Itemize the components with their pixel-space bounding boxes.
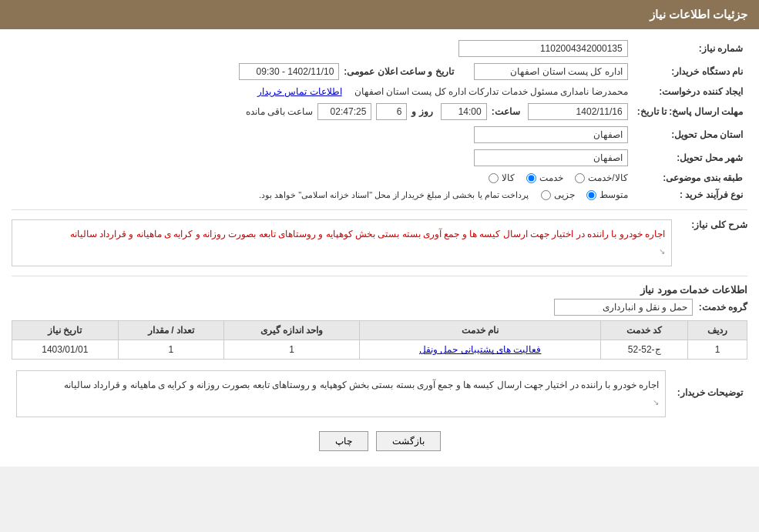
col-date: تاریخ نیاز: [12, 321, 119, 340]
category-kala-radio[interactable]: [489, 173, 499, 183]
buttons-row: چاپ بازگشت: [12, 431, 747, 451]
need-number-row: شماره نیاز: 1102004342000135: [12, 37, 747, 60]
category-radio-group: کالا/خدمت خدمت کالا: [16, 172, 628, 183]
print-button[interactable]: چاپ: [319, 431, 368, 451]
resize-handle: ↘: [659, 247, 665, 256]
divider-1: [12, 209, 747, 210]
category-cell: کالا/خدمت خدمت کالا: [12, 169, 633, 186]
reply-deadline-flex: 1402/11/16 ساعت: 14:00 روز و 6 02:47:25 …: [16, 103, 628, 120]
creator-flex: محمدرضا نامداری مسئول خدمات تدارکات ادار…: [16, 86, 628, 97]
col-service-name: نام خدمت: [360, 321, 601, 340]
service-group-row: گروه خدمت: حمل و نقل و انبارداری: [12, 299, 747, 316]
col-unit: واحد اندازه گیری: [224, 321, 360, 340]
service-info-title: اطلاعات خدمات مورد نیاز: [12, 284, 747, 296]
buyer-resize-handle: ↘: [653, 398, 659, 407]
reply-deadline-cell: 1402/11/16 ساعت: 14:00 روز و 6 02:47:25 …: [12, 100, 633, 123]
table-row: 1 ج-52-52 فعالیت های پشتیبانی حمل ونقل 1…: [12, 340, 747, 360]
category-kala-khedmat-label: کالا/خدمت: [588, 172, 627, 183]
category-row: طبقه بندی موضوعی: کالا/خدمت خدمت کالا: [12, 169, 747, 186]
reply-time-value: 14:00: [441, 103, 487, 120]
services-table: ردیف کد خدمت نام خدمت واحد اندازه گیری ت…: [12, 320, 747, 360]
category-khedmat-radio[interactable]: [526, 173, 536, 183]
reply-remaining-label: ساعت باقی مانده: [246, 106, 314, 117]
need-number-label: شماره نیاز:: [633, 37, 747, 60]
province-cell: اصفهان: [12, 123, 633, 146]
page-container: جزئیات اطلاعات نیاز شماره نیاز: 11020043…: [0, 0, 759, 467]
purchase-medium-label: متوسط: [599, 189, 628, 200]
org-name-cell: اداره کل پست استان اصفهان تاریخ و ساعت ا…: [12, 60, 633, 83]
cell-date: 1403/01/01: [12, 340, 119, 360]
service-group-value: حمل و نقل و انبارداری: [554, 299, 693, 316]
reply-remaining-value: 02:47:25: [317, 103, 371, 120]
purchase-medium-radio[interactable]: [586, 190, 596, 200]
table-head: ردیف کد خدمت نام خدمت واحد اندازه گیری ت…: [12, 321, 747, 340]
cell-unit: 1: [224, 340, 360, 360]
org-name-value: اداره کل پست استان اصفهان: [474, 63, 628, 80]
purchase-type-medium[interactable]: متوسط: [586, 189, 628, 200]
reply-days-label: روز و: [411, 106, 432, 117]
category-option-kala-khedmat[interactable]: کالا/خدمت: [575, 172, 627, 183]
purchase-small-radio[interactable]: [541, 190, 551, 200]
table-header-row: ردیف کد خدمت نام خدمت واحد اندازه گیری ت…: [12, 321, 747, 340]
cell-service-name[interactable]: فعالیت های پشتیبانی حمل ونقل: [360, 340, 601, 360]
main-info-table: شماره نیاز: 1102004342000135 نام دستگاه …: [12, 37, 747, 203]
province-row: استان محل تحویل: اصفهان: [12, 123, 747, 146]
creator-row: ایجاد کننده درخواست: محمدرضا نامداری مسئ…: [12, 83, 747, 100]
city-cell: اصفهان: [12, 146, 633, 169]
need-number-input: 1102004342000135: [458, 40, 628, 57]
reply-time-label: ساعت:: [492, 106, 520, 117]
col-row-num: ردیف: [688, 321, 747, 340]
reply-date-value: 1402/11/16: [528, 103, 628, 120]
buyer-desc-box: اجاره خودرو با راننده در اختیار جهت ارسا…: [16, 370, 666, 417]
need-description-section: شرح کلی نیاز: اجاره خودرو با راننده در ا…: [12, 215, 747, 271]
back-button[interactable]: بازگشت: [376, 431, 441, 451]
cell-quantity: 1: [118, 340, 223, 360]
purchase-small-label: جزیی: [554, 189, 575, 200]
announce-date-label: تاریخ و ساعت اعلان عمومی:: [344, 66, 453, 77]
org-date-flex: اداره کل پست استان اصفهان تاریخ و ساعت ا…: [16, 63, 628, 80]
org-date-row: نام دستگاه خریدار: اداره کل پست استان اص…: [12, 60, 747, 83]
need-number-value: 1102004342000135: [12, 37, 633, 60]
city-value: اصفهان: [474, 149, 628, 166]
org-name-label: نام دستگاه خریدار:: [633, 60, 747, 83]
col-service-code: کد خدمت: [601, 321, 688, 340]
purchase-type-small[interactable]: جزیی: [541, 189, 575, 200]
creator-label: ایجاد کننده درخواست:: [633, 83, 747, 100]
category-option-khedmat[interactable]: خدمت: [526, 172, 563, 183]
province-value: اصفهان: [474, 126, 628, 143]
service-group-label: گروه خدمت:: [699, 302, 747, 313]
purchase-type-label: نوع فرآیند خرید :: [633, 186, 747, 203]
buyer-desc-table: توضیحات خریدار: اجاره خودرو با راننده در…: [12, 364, 747, 420]
creator-cell: محمدرضا نامداری مسئول خدمات تدارکات ادار…: [12, 83, 633, 100]
category-label: طبقه بندی موضوعی:: [633, 169, 747, 186]
category-khedmat-label: خدمت: [539, 172, 563, 183]
divider-2: [12, 276, 747, 276]
category-option-kala[interactable]: کالا: [489, 172, 515, 183]
category-kala-label: کالا: [502, 172, 515, 183]
cell-service-code: ج-52-52: [601, 340, 688, 360]
table-body: 1 ج-52-52 فعالیت های پشتیبانی حمل ونقل 1…: [12, 340, 747, 360]
city-label: شهر محل تحویل:: [633, 146, 747, 169]
announce-date-value: 1402/11/10 - 09:30: [239, 63, 339, 80]
page-title: جزئیات اطلاعات نیاز: [650, 8, 747, 21]
need-desc-label: شرح کلی نیاز:: [678, 215, 747, 271]
reply-days-value: 6: [376, 103, 407, 120]
category-kala-khedmat-radio[interactable]: [575, 173, 585, 183]
purchase-type-row: نوع فرآیند خرید : متوسط جزیی: [12, 186, 747, 203]
creator-value: محمدرضا نامداری مسئول خدمات تدارکات ادار…: [354, 86, 628, 97]
page-header: جزئیات اطلاعات نیاز: [0, 0, 759, 29]
buyer-desc-text: اجاره خودرو با راننده در اختیار جهت ارسا…: [64, 380, 659, 390]
province-label: استان محل تحویل:: [633, 123, 747, 146]
cell-row-num: 1: [688, 340, 747, 360]
content-area: شماره نیاز: 1102004342000135 نام دستگاه …: [0, 29, 759, 467]
need-desc-box: اجاره خودرو با راننده در اختیار جهت ارسا…: [12, 219, 672, 266]
buyer-desc-row: توضیحات خریدار: اجاره خودرو با راننده در…: [12, 364, 747, 420]
creator-link[interactable]: اطلاعات تماس خریدار: [257, 86, 342, 97]
buyer-desc-label: توضیحات خریدار:: [670, 364, 747, 420]
purchase-type-radio-group: متوسط جزیی: [541, 189, 628, 200]
purchase-type-note: پرداخت تمام یا بخشی از مبلغ خریدار از مح…: [259, 190, 529, 200]
city-row: شهر محل تحویل: اصفهان: [12, 146, 747, 169]
reply-deadline-row: مهلت ارسال پاسخ: تا تاریخ: 1402/11/16 سا…: [12, 100, 747, 123]
col-quantity: تعداد / مقدار: [118, 321, 223, 340]
need-desc-text: اجاره خودرو با راننده در اختیار جهت ارسا…: [70, 229, 665, 239]
